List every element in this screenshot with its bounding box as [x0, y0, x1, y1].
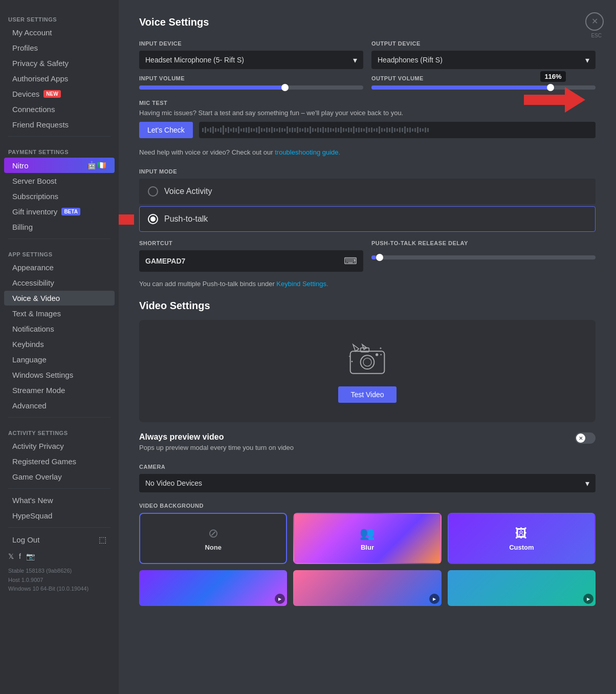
thumbnail-3[interactable]: ▶: [448, 570, 596, 606]
troubleshooting-link[interactable]: troubleshooting guide.: [275, 148, 340, 156]
instagram-icon[interactable]: 📷: [26, 552, 35, 560]
mic-bar: [420, 128, 421, 132]
sidebar-item-server-boost[interactable]: Server Boost: [4, 174, 115, 188]
mic-bar: [412, 128, 413, 132]
sidebar-item-label: Keybinds: [12, 340, 44, 349]
sidebar-item-keybinds[interactable]: Keybinds: [4, 337, 115, 352]
sidebar-item-language[interactable]: Language: [4, 352, 115, 367]
shortcut-row: SHORTCUT GAMEPAD7 ⌨ PUSH-TO-TALK RELEASE…: [139, 240, 596, 272]
voice-activity-option[interactable]: Voice Activity: [139, 179, 596, 204]
thumbnail-1[interactable]: ▶: [139, 570, 287, 606]
facebook-icon[interactable]: f: [19, 552, 21, 560]
camera-label: CAMERA: [139, 464, 596, 470]
sidebar-item-log-out[interactable]: Log Out ⬚: [4, 532, 115, 548]
sidebar-item-profiles[interactable]: Profiles: [4, 40, 115, 55]
user-settings-section-label: USER SETTINGS: [0, 8, 119, 25]
sidebar-item-label: Subscriptions: [12, 192, 58, 201]
mic-bar: [294, 128, 296, 132]
sidebar-item-authorised-apps[interactable]: Authorised Apps: [4, 71, 115, 86]
sidebar-item-subscriptions[interactable]: Subscriptions: [4, 189, 115, 204]
sidebar-item-label: Voice & Video: [12, 294, 60, 302]
sidebar-item-label: Devices: [12, 90, 39, 98]
play-icon-1: ▶: [275, 594, 285, 604]
sidebar-item-whats-new[interactable]: What's New: [4, 493, 115, 508]
lets-check-button[interactable]: Let's Check: [139, 122, 193, 138]
input-device-label: INPUT DEVICE: [139, 40, 363, 47]
sidebar-item-gift-inventory[interactable]: Gift inventory BETA: [4, 204, 115, 219]
svg-marker-1: [119, 207, 134, 232]
test-video-button[interactable]: Test Video: [338, 386, 396, 403]
sidebar-item-streamer-mode[interactable]: Streamer Mode: [4, 383, 115, 398]
mic-bar: [223, 125, 224, 135]
mic-bar: [327, 127, 329, 133]
input-device-select[interactable]: Headset Microphone (5- Rift S): [139, 51, 363, 69]
output-device-col: OUTPUT DEVICE Headphones (Rift S): [371, 40, 596, 69]
input-volume-track[interactable]: [139, 85, 363, 90]
mic-bar: [345, 128, 347, 132]
new-badge: NEW: [43, 90, 60, 98]
push-to-talk-radio: [148, 214, 158, 224]
divider: [8, 136, 111, 137]
mic-bar: [381, 128, 383, 132]
ptt-delay-thumb[interactable]: [376, 254, 383, 261]
sidebar-item-voice-video[interactable]: Voice & Video: [4, 291, 115, 306]
sidebar-item-windows-settings[interactable]: Windows Settings: [4, 367, 115, 382]
sidebar-item-accessibility[interactable]: Accessibility: [4, 275, 115, 290]
output-device-wrapper: Headphones (Rift S): [371, 51, 596, 69]
sidebar-item-hypesquad[interactable]: HypeSquad: [4, 508, 115, 523]
mic-bar: [399, 127, 401, 133]
mic-bar: [425, 127, 426, 133]
sidebar-item-nitro[interactable]: Nitro 🤖🇮🇪: [4, 158, 115, 173]
mic-bar: [261, 128, 262, 132]
sidebar-item-activity-privacy[interactable]: Activity Privacy: [4, 439, 115, 453]
mic-bar: [263, 128, 265, 132]
sidebar-item-devices[interactable]: Devices NEW: [4, 86, 115, 101]
vbg-none[interactable]: ⊘ None: [139, 513, 287, 564]
ptt-delay-track[interactable]: [371, 255, 596, 259]
sidebar-item-game-overlay[interactable]: Game Overlay: [4, 469, 115, 484]
close-esc-label: ESC: [591, 33, 602, 38]
sidebar-item-my-account[interactable]: My Account: [4, 25, 115, 40]
sidebar-item-billing[interactable]: Billing: [4, 220, 115, 234]
mic-bar: [409, 127, 411, 133]
camera-icon: ✦ ✦: [347, 339, 388, 380]
push-to-talk-option[interactable]: Push-to-talk: [139, 206, 596, 232]
mic-bar: [248, 127, 250, 133]
always-preview-toggle[interactable]: ✕: [575, 432, 596, 444]
keybind-settings-link[interactable]: Keybind Settings.: [276, 280, 328, 288]
thumbnail-row: ▶ ▶ ▶: [139, 570, 596, 606]
nitro-icons: 🤖🇮🇪: [87, 161, 106, 170]
sidebar-item-label: Friend Requests: [12, 120, 69, 129]
sidebar-item-label: Connections: [12, 105, 55, 114]
vbg-blur[interactable]: 👥 Blur: [293, 513, 441, 564]
input-volume-thumb[interactable]: [281, 84, 289, 91]
thumbnail-2[interactable]: ▶: [293, 570, 441, 606]
sidebar-item-label: Text & Images: [12, 309, 61, 318]
mic-bar: [312, 128, 314, 132]
mic-bar: [217, 128, 219, 132]
close-button[interactable]: ✕: [585, 12, 604, 31]
keyboard-icon[interactable]: ⌨: [344, 255, 357, 267]
mic-bar: [284, 128, 285, 132]
vbg-custom[interactable]: 🖼 Custom: [448, 513, 596, 564]
mic-test-row: Let's Check: [139, 122, 596, 138]
twitter-icon[interactable]: 𝕏: [8, 552, 14, 560]
mic-bar: [233, 127, 234, 133]
page-title: Voice Settings: [139, 16, 596, 28]
sidebar-item-friend-requests[interactable]: Friend Requests: [4, 117, 115, 132]
sidebar-item-notifications[interactable]: Notifications: [4, 321, 115, 336]
camera-select[interactable]: No Video Devices: [139, 474, 596, 492]
sidebar-item-appearance[interactable]: Appearance: [4, 260, 115, 275]
sidebar-item-connections[interactable]: Connections: [4, 102, 115, 117]
sidebar-item-text-images[interactable]: Text & Images: [4, 306, 115, 321]
sidebar-item-privacy-safety[interactable]: Privacy & Safety: [4, 56, 115, 71]
main-content: ✕ ESC Voice Settings INPUT DEVICE Headse…: [119, 0, 616, 694]
output-device-select[interactable]: Headphones (Rift S): [371, 51, 596, 69]
mic-bar: [315, 128, 316, 132]
input-mode-options: Voice Activity Push-to-talk: [139, 179, 596, 232]
mic-bar: [333, 128, 334, 132]
mic-bar: [299, 128, 301, 132]
mic-bar: [274, 128, 275, 132]
sidebar-item-registered-games[interactable]: Registered Games: [4, 454, 115, 469]
sidebar-item-advanced[interactable]: Advanced: [4, 398, 115, 413]
